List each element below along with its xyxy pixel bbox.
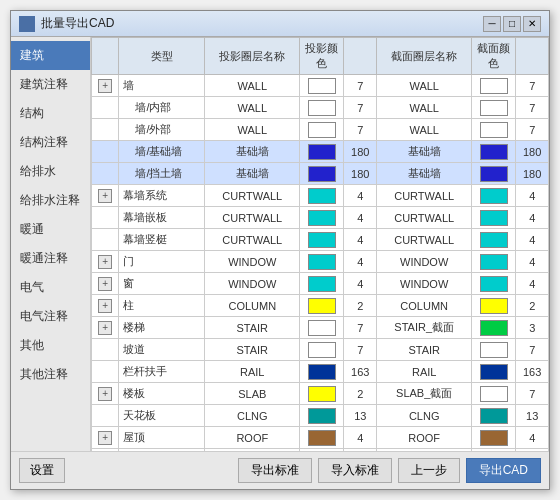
- sidebar-item-5[interactable]: 给排水注释: [11, 186, 90, 215]
- sidebar-item-8[interactable]: 电气: [11, 273, 90, 302]
- table-container[interactable]: 类型 投影圈层名称 投影颜色 截面圈层名称 截面颜色 +墙WALL7WALL7墙…: [91, 37, 549, 451]
- proj-color-box[interactable]: [308, 408, 336, 424]
- sidebar-item-9[interactable]: 电气注释: [11, 302, 90, 331]
- sidebar-item-10[interactable]: 其他: [11, 331, 90, 360]
- proj-color-box[interactable]: [308, 298, 336, 314]
- export-standard-button[interactable]: 导出标准: [238, 458, 312, 483]
- proj-color-cell[interactable]: [300, 295, 344, 317]
- minimize-button[interactable]: ─: [483, 16, 501, 32]
- expand-button[interactable]: +: [98, 189, 112, 203]
- sect-color-cell[interactable]: [472, 75, 516, 97]
- proj-color-cell[interactable]: [300, 97, 344, 119]
- sect-color-box[interactable]: [480, 386, 508, 402]
- proj-color-box[interactable]: [308, 342, 336, 358]
- sect-color-box[interactable]: [480, 298, 508, 314]
- proj-color-cell[interactable]: [300, 273, 344, 295]
- proj-color-box[interactable]: [308, 276, 336, 292]
- table-row[interactable]: +楼板SLAB2SLAB_截面7: [92, 383, 549, 405]
- prev-button[interactable]: 上一步: [398, 458, 460, 483]
- table-row[interactable]: +楼梯STAIR7STAIR_截面3: [92, 317, 549, 339]
- proj-color-cell[interactable]: [300, 75, 344, 97]
- sidebar-item-0[interactable]: 建筑: [11, 41, 90, 70]
- import-standard-button[interactable]: 导入标准: [318, 458, 392, 483]
- sidebar-item-6[interactable]: 暖通: [11, 215, 90, 244]
- sect-color-cell[interactable]: [472, 273, 516, 295]
- sect-color-box[interactable]: [480, 276, 508, 292]
- table-row[interactable]: 幕墙竖梃CURTWALL4CURTWALL4: [92, 229, 549, 251]
- sect-color-box[interactable]: [480, 232, 508, 248]
- expand-button[interactable]: +: [98, 299, 112, 313]
- proj-color-box[interactable]: [308, 100, 336, 116]
- proj-color-cell[interactable]: [300, 141, 344, 163]
- expand-button[interactable]: +: [98, 255, 112, 269]
- proj-color-cell[interactable]: [300, 163, 344, 185]
- settings-button[interactable]: 设置: [19, 458, 65, 483]
- sect-color-box[interactable]: [480, 144, 508, 160]
- proj-color-cell[interactable]: [300, 229, 344, 251]
- proj-color-box[interactable]: [308, 320, 336, 336]
- table-row[interactable]: +窗WINDOW4WINDOW4: [92, 273, 549, 295]
- table-row[interactable]: +门WINDOW4WINDOW4: [92, 251, 549, 273]
- sect-color-box[interactable]: [480, 254, 508, 270]
- table-row[interactable]: 栏杆扶手RAIL163RAIL163: [92, 361, 549, 383]
- table-row[interactable]: 天花板CLNG13CLNG13: [92, 405, 549, 427]
- sect-color-box[interactable]: [480, 122, 508, 138]
- proj-color-cell[interactable]: [300, 185, 344, 207]
- sidebar-item-11[interactable]: 其他注释: [11, 360, 90, 389]
- sidebar-item-3[interactable]: 结构注释: [11, 128, 90, 157]
- sect-color-cell[interactable]: [472, 207, 516, 229]
- proj-color-cell[interactable]: [300, 339, 344, 361]
- proj-color-cell[interactable]: [300, 361, 344, 383]
- sect-color-cell[interactable]: [472, 339, 516, 361]
- sect-color-box[interactable]: [480, 342, 508, 358]
- sect-color-cell[interactable]: [472, 361, 516, 383]
- table-row[interactable]: 墙/基础墙基础墙180基础墙180: [92, 141, 549, 163]
- sect-color-box[interactable]: [480, 166, 508, 182]
- sect-color-cell[interactable]: [472, 185, 516, 207]
- proj-color-cell[interactable]: [300, 119, 344, 141]
- proj-color-box[interactable]: [308, 188, 336, 204]
- table-row[interactable]: +墙WALL7WALL7: [92, 75, 549, 97]
- proj-color-box[interactable]: [308, 210, 336, 226]
- sect-color-cell[interactable]: [472, 295, 516, 317]
- table-row[interactable]: 墙/外部WALL7WALL7: [92, 119, 549, 141]
- proj-color-box[interactable]: [308, 78, 336, 94]
- proj-color-box[interactable]: [308, 122, 336, 138]
- sect-color-cell[interactable]: [472, 405, 516, 427]
- table-row[interactable]: 坡道STAIR7STAIR7: [92, 339, 549, 361]
- proj-color-cell[interactable]: [300, 383, 344, 405]
- proj-color-cell[interactable]: [300, 317, 344, 339]
- table-row[interactable]: 墙/内部WALL7WALL7: [92, 97, 549, 119]
- sect-color-cell[interactable]: [472, 141, 516, 163]
- sect-color-box[interactable]: [480, 364, 508, 380]
- sect-color-cell[interactable]: [472, 317, 516, 339]
- sect-color-cell[interactable]: [472, 119, 516, 141]
- proj-color-box[interactable]: [308, 364, 336, 380]
- proj-color-cell[interactable]: [300, 251, 344, 273]
- proj-color-box[interactable]: [308, 430, 336, 446]
- sect-color-box[interactable]: [480, 430, 508, 446]
- maximize-button[interactable]: □: [503, 16, 521, 32]
- sect-color-box[interactable]: [480, 78, 508, 94]
- sect-color-box[interactable]: [480, 408, 508, 424]
- sidebar-item-2[interactable]: 结构: [11, 99, 90, 128]
- sect-color-cell[interactable]: [472, 427, 516, 449]
- expand-button[interactable]: +: [98, 431, 112, 445]
- sect-color-cell[interactable]: [472, 229, 516, 251]
- sect-color-cell[interactable]: [472, 97, 516, 119]
- table-row[interactable]: 幕墙嵌板CURTWALL4CURTWALL4: [92, 207, 549, 229]
- proj-color-cell[interactable]: [300, 207, 344, 229]
- expand-button[interactable]: +: [98, 321, 112, 335]
- table-row[interactable]: +幕墙系统CURTWALL4CURTWALL4: [92, 185, 549, 207]
- sect-color-box[interactable]: [480, 210, 508, 226]
- sect-color-box[interactable]: [480, 100, 508, 116]
- close-button[interactable]: ✕: [523, 16, 541, 32]
- sect-color-cell[interactable]: [472, 251, 516, 273]
- table-row[interactable]: 墙/挡土墙基础墙180基础墙180: [92, 163, 549, 185]
- expand-button[interactable]: +: [98, 79, 112, 93]
- sect-color-box[interactable]: [480, 188, 508, 204]
- table-row[interactable]: +屋顶ROOF4ROOF4: [92, 427, 549, 449]
- proj-color-box[interactable]: [308, 144, 336, 160]
- sidebar-item-7[interactable]: 暖通注释: [11, 244, 90, 273]
- sidebar-item-4[interactable]: 给排水: [11, 157, 90, 186]
